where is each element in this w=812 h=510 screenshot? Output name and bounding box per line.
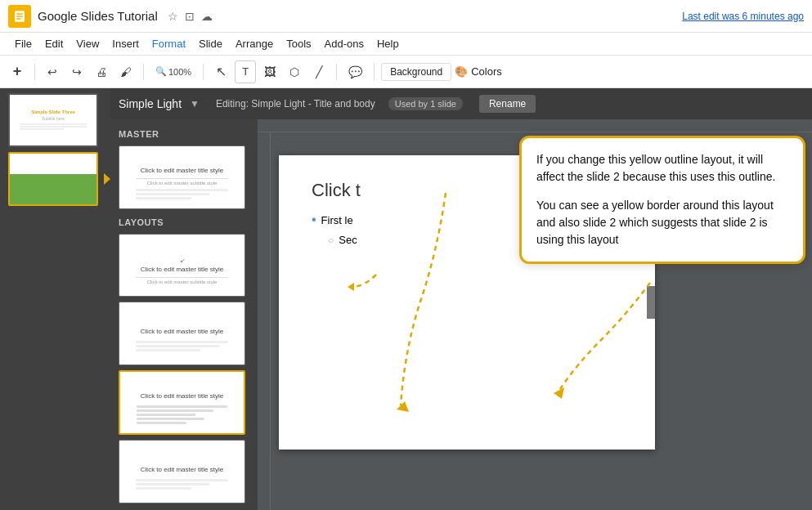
- folder-icon[interactable]: ⊡: [185, 10, 195, 23]
- slide2-arrow: [104, 173, 110, 185]
- callout-para-1: If you change this yellow outline layout…: [536, 151, 788, 186]
- menu-bar: File Edit View Insert Format Slide Arran…: [0, 33, 812, 56]
- layout-thumb-4[interactable]: Click to edit master title style: [119, 440, 245, 503]
- editing-label: Editing: Simple Light - Title and body: [216, 98, 375, 110]
- theme-panel: MASTER Click to edit master title style …: [110, 119, 258, 510]
- cloud-icon[interactable]: ☁: [201, 10, 213, 23]
- master-thumb-line: [136, 178, 228, 179]
- menu-help[interactable]: Help: [370, 35, 406, 52]
- menu-insert[interactable]: Insert: [105, 35, 146, 52]
- divider-1: [34, 64, 35, 80]
- title-bar: Google Slides Tutorial ☆ ⊡ ☁ Last edit w…: [0, 0, 812, 33]
- layout3-title: Click to edit master title style: [141, 392, 223, 400]
- layout1-title: Click to edit master title style: [141, 266, 223, 273]
- divider-3: [203, 64, 204, 80]
- paint-format-button[interactable]: 🖌: [115, 60, 137, 83]
- layout1-sub: Click to edit master subtitle style: [147, 280, 218, 284]
- layout-thumb-1-inner: ↙ Click to edit master title style Click…: [119, 235, 244, 298]
- master-thumb-inner: Click to edit master title style Click t…: [119, 146, 244, 209]
- star-icon[interactable]: ☆: [168, 10, 178, 23]
- menu-tools[interactable]: Tools: [280, 35, 317, 52]
- layout-thumb-4-inner: Click to edit master title style: [119, 441, 244, 503]
- divider-2: [143, 64, 144, 80]
- colors-button[interactable]: 🎨 Colors: [455, 65, 502, 78]
- menu-addons[interactable]: Add-ons: [318, 35, 370, 52]
- layout4-title: Click to edit master title style: [141, 466, 223, 473]
- slide-image-2: [8, 152, 98, 206]
- divider-4: [336, 64, 337, 80]
- used-by-badge: Used by 1 slide: [388, 97, 463, 110]
- text-tool[interactable]: T: [235, 60, 256, 83]
- add-button[interactable]: +: [7, 60, 28, 83]
- layout1-cursor: ↙: [180, 257, 185, 264]
- menu-view[interactable]: View: [70, 35, 105, 52]
- image-tool[interactable]: 🖼: [259, 60, 280, 83]
- layout2-title: Click to edit master title style: [141, 328, 223, 335]
- bullet-1-dot: •: [312, 212, 316, 227]
- slide-panel: 1 Simple Slide Three Subtitle here 2: [0, 88, 110, 510]
- slide-handle[interactable]: [647, 286, 655, 319]
- zoom-icon: 🔍: [155, 66, 167, 77]
- rename-button[interactable]: Rename: [479, 95, 536, 113]
- ruler-left: [258, 132, 271, 510]
- slide-image-1: Simple Slide Three Subtitle here: [8, 93, 98, 147]
- master-thumb-title: Click to edit master title style: [141, 167, 223, 174]
- palette-icon: 🎨: [455, 65, 468, 78]
- line-tool[interactable]: ╱: [308, 60, 330, 83]
- slide2-preview: [10, 154, 96, 204]
- shapes-tool[interactable]: ⬡: [284, 60, 305, 83]
- divider-5: [374, 64, 375, 80]
- bullet-1-text: First le: [321, 214, 353, 226]
- print-button[interactable]: 🖨: [91, 60, 112, 83]
- slide-thumb-1[interactable]: 1 Simple Slide Three Subtitle here: [3, 93, 107, 147]
- canvas-area: Click t • First le ○ Sec: [258, 119, 812, 510]
- callout-para-2: You can see a yellow border around this …: [536, 197, 788, 248]
- svg-rect-3: [16, 18, 20, 20]
- layouts-section-label: LAYOUTS: [119, 217, 249, 227]
- menu-format[interactable]: Format: [146, 35, 192, 52]
- editor-area: Simple Light ▼ Editing: Simple Light - T…: [110, 88, 812, 510]
- redo-button[interactable]: ↪: [66, 60, 87, 83]
- layout-thumb-2-inner: Click to edit master title style: [119, 302, 244, 365]
- theme-name: Simple Light: [119, 97, 182, 110]
- app-title: Google Slides Tutorial: [38, 9, 158, 23]
- menu-arrange[interactable]: Arrange: [229, 35, 280, 52]
- layout1-line: [136, 277, 228, 278]
- last-edit-label: Last edit was 6 minutes ago: [682, 11, 804, 22]
- master-section-label: MASTER: [119, 129, 249, 139]
- master-thumb[interactable]: Click to edit master title style Click t…: [119, 145, 245, 209]
- undo-button[interactable]: ↩: [42, 60, 63, 83]
- zoom-level: 100%: [168, 67, 191, 77]
- app-icon: [8, 5, 31, 28]
- comment-tool[interactable]: 💬: [343, 60, 367, 83]
- layout-thumb-3-inner: Click to edit master title style: [120, 372, 244, 436]
- ruler-top: [258, 119, 812, 132]
- slide-thumb-2[interactable]: 2: [3, 152, 107, 206]
- bullet-2-dot: ○: [328, 235, 334, 246]
- menu-file[interactable]: File: [8, 35, 38, 52]
- svg-rect-2: [16, 16, 23, 17]
- master-thumb-sub: Click to edit master subtitle style: [147, 181, 218, 186]
- callout-box: If you change this yellow outline layout…: [519, 136, 805, 264]
- theme-chevron-icon: ▼: [190, 98, 200, 110]
- menu-edit[interactable]: Edit: [38, 35, 70, 52]
- layout-thumb-3[interactable]: Click to edit master title style: [119, 370, 245, 436]
- menu-slide[interactable]: Slide: [192, 35, 229, 52]
- select-tool[interactable]: ↖: [210, 60, 231, 83]
- layout-thumb-1[interactable]: ↙ Click to edit master title style Click…: [119, 234, 245, 298]
- content-row: MASTER Click to edit master title style …: [110, 119, 812, 510]
- toolbar: + ↩ ↪ 🖨 🖌 🔍 100% ↖ T 🖼 ⬡ ╱ 💬 Background …: [0, 56, 812, 88]
- theme-header: Simple Light ▼ Editing: Simple Light - T…: [110, 88, 812, 119]
- colors-label: Colors: [471, 65, 502, 78]
- layout-thumb-2[interactable]: Click to edit master title style: [119, 302, 245, 365]
- zoom-button[interactable]: 🔍 100%: [150, 60, 196, 83]
- bullet-2-text: Sec: [339, 234, 357, 246]
- svg-rect-1: [16, 13, 23, 15]
- background-button[interactable]: Background: [381, 63, 451, 81]
- main-area: 1 Simple Slide Three Subtitle here 2: [0, 88, 812, 510]
